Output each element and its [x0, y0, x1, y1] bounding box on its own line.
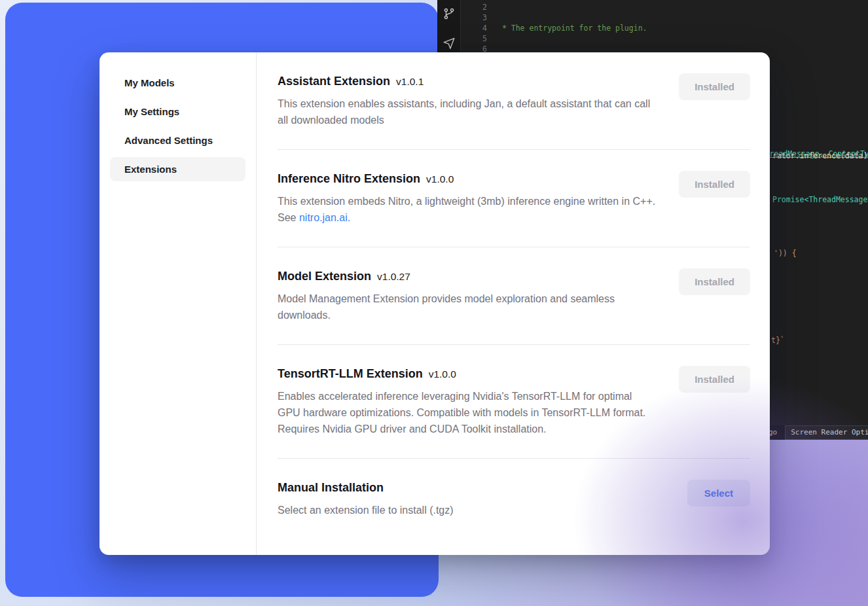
extension-description: Model Management Extension provides mode…: [278, 291, 656, 323]
extension-version: v1.0.1: [396, 76, 424, 87]
installed-button[interactable]: Installed: [679, 73, 750, 100]
screen-reader-chip[interactable]: Screen Reader Optimize: [785, 425, 868, 440]
sidebar-item-extensions[interactable]: Extensions: [110, 157, 245, 181]
installed-button[interactable]: Installed: [679, 171, 750, 198]
extension-version: v1.0.0: [429, 368, 456, 380]
code-fragment: Promise<ThreadMessage>: [772, 194, 868, 205]
code-fragment: t}`: [771, 335, 785, 346]
extension-name: Assistant Extension: [278, 75, 390, 88]
extension-version: v1.0.0: [426, 173, 454, 185]
extension-row-model: Model Extensionv1.0.27 Model Management …: [278, 247, 750, 345]
sidebar-item-my-models[interactable]: My Models: [110, 71, 245, 95]
extension-description: This extension embeds Nitro, a lightweig…: [278, 193, 656, 226]
code-fragment-args: (data));: [841, 151, 868, 160]
line-number: 4: [474, 23, 487, 33]
extension-name: Model Extension: [278, 270, 371, 283]
manual-installation-row: Manual Installation Select an extension …: [278, 459, 750, 539]
extension-description: This extension enables assistants, inclu…: [278, 96, 656, 128]
line-number: 3: [474, 12, 487, 23]
nitro-jan-ai-link[interactable]: nitro.jan.ai.: [299, 212, 350, 223]
extension-title: Model Extensionv1.0.27: [278, 268, 656, 285]
sidebar-item-my-settings[interactable]: My Settings: [110, 99, 245, 124]
manual-installation-description: Select an extension file to install (.tg…: [278, 502, 656, 518]
extension-row-assistant: Assistant Extensionv1.0.1 This extension…: [278, 52, 750, 150]
settings-modal: My Models My Settings Advanced Settings …: [99, 52, 770, 555]
code-fragment-text: rator.: [772, 151, 800, 160]
manual-installation-title: Manual Installation: [278, 480, 656, 496]
settings-sidebar: My Models My Settings Advanced Settings …: [99, 52, 257, 555]
extension-name: Inference Nitro Extension: [278, 172, 420, 185]
installed-button[interactable]: Installed: [679, 366, 750, 393]
extension-description: Enables accelerated inference leveraging…: [278, 388, 656, 437]
git-branch-icon[interactable]: [442, 7, 456, 21]
line-numbers: 2 3 4 5 6: [474, 2, 487, 54]
extension-row-tensorrt: TensortRT-LLM Extensionv1.0.0 Enables ac…: [278, 345, 750, 459]
send-icon[interactable]: [442, 35, 456, 50]
extension-info: Assistant Extensionv1.0.1 This extension…: [278, 73, 656, 128]
select-file-button[interactable]: Select: [687, 480, 750, 507]
installed-button[interactable]: Installed: [679, 268, 750, 295]
code-line-comment: * The entrypoint for the plugin.: [497, 23, 868, 33]
extension-title: TensortRT-LLM Extensionv1.0.0: [278, 366, 656, 382]
extension-info: Model Extensionv1.0.27 Model Management …: [278, 268, 656, 323]
extension-info: Manual Installation Select an extension …: [278, 480, 656, 518]
code-fragment: ')) {: [774, 248, 797, 258]
extension-info: TensortRT-LLM Extensionv1.0.0 Enables ac…: [278, 366, 656, 437]
extension-title: Inference Nitro Extensionv1.0.0: [278, 171, 656, 187]
code-fragment: rator.inference(data));: [772, 151, 868, 161]
code-fragment-fn: inference: [800, 151, 841, 160]
line-number: 5: [474, 33, 487, 44]
sidebar-item-advanced-settings[interactable]: Advanced Settings: [110, 128, 245, 152]
extension-row-nitro: Inference Nitro Extensionv1.0.0 This ext…: [278, 150, 750, 247]
extension-name: TensortRT-LLM Extension: [278, 367, 423, 380]
line-number: 2: [474, 2, 487, 12]
extension-version: v1.0.27: [377, 271, 410, 282]
extension-info: Inference Nitro Extensionv1.0.0 This ext…: [278, 171, 656, 226]
extensions-list: Assistant Extensionv1.0.1 This extension…: [257, 52, 770, 555]
extension-title: Assistant Extensionv1.0.1: [278, 73, 656, 90]
